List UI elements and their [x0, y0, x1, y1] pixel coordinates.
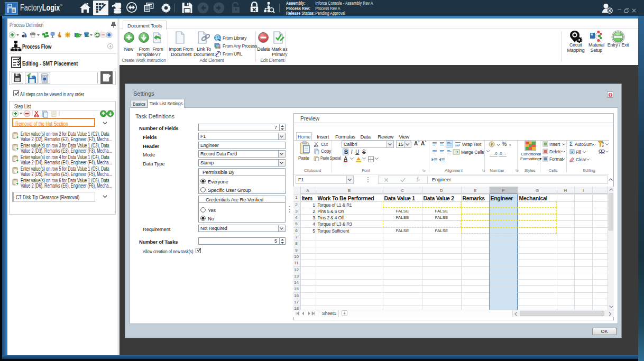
svg-text:Z: Z	[602, 144, 604, 147]
